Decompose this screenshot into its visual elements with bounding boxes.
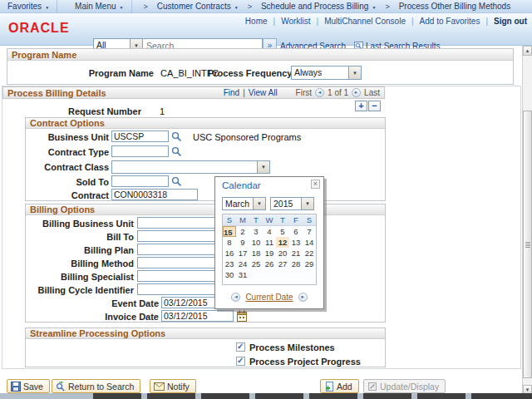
taskbar-strip <box>0 393 532 399</box>
find-link[interactable]: Find <box>224 88 239 97</box>
contract-type-lookup-icon[interactable] <box>171 146 182 157</box>
calendar-day[interactable]: 18 <box>249 248 263 259</box>
process-project-progress-label: Process Project Progress <box>249 357 361 367</box>
calendar-day[interactable]: 20 <box>276 248 289 259</box>
calendar-day[interactable]: 23 <box>223 259 236 269</box>
previous-row-icon[interactable] <box>315 88 324 97</box>
calendar-day[interactable]: 24 <box>236 259 249 269</box>
program-name-groupbox: Program Name <box>7 48 514 85</box>
contract-type-input[interactable] <box>111 145 169 157</box>
vertical-scrollbar[interactable] <box>522 46 532 395</box>
invoice-date-label: Invoice Date <box>25 312 159 322</box>
calendar-day[interactable]: 30 <box>223 269 236 280</box>
taskbar-segment <box>93 393 141 399</box>
add-plus-icon <box>324 382 334 392</box>
calendar-day[interactable]: 21 <box>289 248 303 259</box>
contract-class-label: Contract Class <box>25 162 109 172</box>
calendar-day[interactable]: 7 <box>303 226 316 237</box>
update-display-button: Update/Display <box>363 379 446 393</box>
add-row-button[interactable]: + <box>355 101 367 111</box>
calendar-day[interactable]: 10 <box>249 237 263 248</box>
billing-business-unit-label: Billing Business Unit <box>25 219 134 229</box>
process-frequency-select[interactable]: Always <box>291 66 362 80</box>
calendar-day[interactable]: 8 <box>223 237 236 248</box>
next-month-icon[interactable] <box>298 293 308 302</box>
process-billing-details-bar: Process Billing Details Find | View All … <box>2 86 385 99</box>
scroll-up-icon[interactable] <box>523 46 532 56</box>
calendar-day[interactable]: 29 <box>303 259 316 269</box>
calendar-day[interactable]: 6 <box>289 226 303 237</box>
notify-label: Notify <box>167 382 190 392</box>
next-row-icon[interactable] <box>352 88 361 97</box>
taskbar-segment <box>471 393 532 399</box>
multichannel-console-link[interactable]: MultiChannel Console <box>324 17 406 26</box>
scrollbar-thumb[interactable] <box>523 111 532 378</box>
top-links: Home | Worklist | MultiChannel Console |… <box>245 17 527 26</box>
sold-to-input[interactable] <box>111 175 169 187</box>
worklist-link[interactable]: Worklist <box>281 17 310 26</box>
breadcrumb-customer-contracts[interactable]: Customer Contracts <box>150 0 246 12</box>
bill-to-label: Bill To <box>25 232 134 242</box>
calendar-day[interactable]: 17 <box>236 248 249 259</box>
return-to-search-button[interactable]: Return to Search <box>52 379 140 393</box>
notify-button[interactable]: Notify <box>150 379 196 393</box>
breadcrumb-schedule-process-billing[interactable]: Schedule and Process Billing <box>254 0 383 12</box>
close-icon[interactable] <box>311 180 320 189</box>
sign-out-link[interactable]: Sign out <box>494 17 527 26</box>
program-name-section-bar: Program Name <box>7 49 513 61</box>
current-date-link[interactable]: Current Date <box>245 293 293 302</box>
calendar-month-select[interactable]: March <box>222 197 266 210</box>
sold-to-lookup-icon[interactable] <box>171 176 182 187</box>
calendar-day[interactable]: 25 <box>249 259 263 269</box>
calendar-day[interactable]: 15 <box>223 226 236 237</box>
update-display-label: Update/Display <box>380 382 439 392</box>
link-separator: | <box>243 88 245 97</box>
scrollbar-grip <box>525 242 530 248</box>
save-button[interactable]: Save <box>7 379 50 393</box>
calendar-day[interactable]: 16 <box>223 248 236 259</box>
process-milestones-checkbox[interactable] <box>236 342 245 352</box>
calendar-day[interactable]: 19 <box>263 248 276 259</box>
calendar-day[interactable]: 11 <box>263 237 276 248</box>
breadcrumb-process-other-billing-methods[interactable]: Process Other Billing Methods <box>392 0 519 12</box>
taskbar-segment <box>417 393 466 399</box>
calendar-day[interactable]: 28 <box>289 259 303 269</box>
business-unit-input[interactable] <box>111 131 169 142</box>
calendar-day[interactable]: 12 <box>276 237 289 248</box>
delete-row-button[interactable]: − <box>368 101 381 111</box>
link-separator: | <box>317 17 319 26</box>
billing-cycle-identifier-label: Billing Cycle Identifier <box>25 285 134 295</box>
main-menu[interactable]: Main Menu <box>67 0 131 12</box>
calendar-day[interactable]: 27 <box>276 259 289 269</box>
calendar-day[interactable]: 5 <box>276 226 289 237</box>
calendar-day[interactable]: 26 <box>263 259 276 269</box>
business-unit-lookup-icon[interactable] <box>171 131 182 142</box>
calendar-day[interactable]: 2 <box>236 226 249 237</box>
invoice-date-calendar-icon[interactable] <box>237 310 247 322</box>
calendar-day-grid: 1234567891011121314151617181920212223242… <box>223 226 316 280</box>
home-link[interactable]: Home <box>245 17 268 26</box>
calendar-day[interactable]: 9 <box>236 237 249 248</box>
add-button[interactable]: Add <box>320 379 359 393</box>
process-project-progress-checkbox[interactable] <box>236 357 245 366</box>
chevron-down-icon <box>348 66 361 79</box>
day-header: M <box>236 214 249 225</box>
previous-month-icon[interactable] <box>231 293 240 302</box>
row-position: 1 of 1 <box>328 88 348 97</box>
calendar-day[interactable]: 14 <box>303 237 316 248</box>
favorites-menu[interactable]: Favorites <box>0 0 57 12</box>
view-all-link[interactable]: View All <box>249 88 278 97</box>
invoice-date-input[interactable] <box>161 310 234 322</box>
contract-input[interactable] <box>111 189 198 200</box>
calendar-day[interactable]: 4 <box>263 226 276 237</box>
contract-class-select[interactable] <box>111 160 270 174</box>
calendar-day[interactable]: 3 <box>249 226 263 237</box>
chevron-down-icon <box>257 161 269 173</box>
calendar-day[interactable]: 31 <box>236 269 249 280</box>
add-to-favorites-link[interactable]: Add to Favorites <box>420 17 480 26</box>
calendar-year-select[interactable]: 2015 <box>270 197 314 210</box>
calendar-day[interactable]: 13 <box>289 237 303 248</box>
calendar-day[interactable]: 22 <box>303 248 316 259</box>
peoplesoft-process-billing-page: Favorites Main Menu Customer Contracts S… <box>0 0 532 399</box>
billing-options-title: Billing Options <box>30 204 95 214</box>
